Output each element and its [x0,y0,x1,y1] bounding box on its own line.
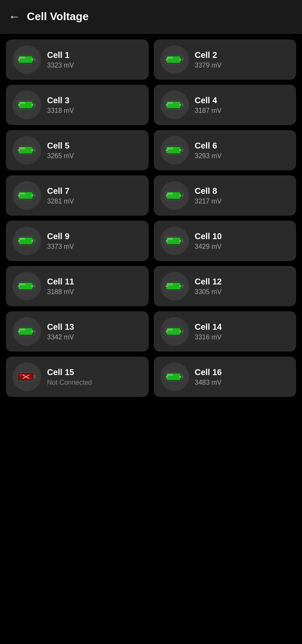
battery-icon-4 [160,91,189,119]
cell-card-6[interactable]: Cell 63293 mV [154,130,297,170]
cell-card-11[interactable]: Cell 113188 mV [6,266,149,306]
svg-rect-31 [181,149,184,152]
back-button[interactable]: ← [8,11,20,23]
svg-rect-43 [181,194,184,197]
svg-point-35 [179,149,181,151]
svg-rect-3 [19,57,25,59]
battery-icon-7 [13,181,41,210]
cell-card-1[interactable]: Cell 13323 mV [6,39,149,80]
svg-point-23 [179,104,181,106]
cell-name-6: Cell 6 [195,141,222,151]
svg-rect-81 [167,329,173,331]
cell-card-14[interactable]: Cell 143316 mV [154,311,297,352]
cell-name-3: Cell 3 [47,96,74,105]
svg-point-71 [179,285,181,287]
svg-rect-73 [34,330,36,333]
battery-icon-16 [160,362,189,391]
battery-icon-11 [13,272,41,300]
cell-card-2[interactable]: Cell 23379 mV [154,39,297,80]
cell-value-5: 3265 mV [47,152,74,160]
svg-rect-61 [34,284,36,288]
cell-name-13: Cell 13 [47,322,74,332]
cell-name-8: Cell 8 [195,186,222,196]
battery-icon-9 [13,227,41,255]
cell-card-4[interactable]: Cell 43187 mV [154,85,297,125]
cell-value-7: 3281 mV [47,198,74,205]
svg-point-83 [179,331,181,332]
svg-rect-39 [19,193,25,195]
svg-rect-13 [34,103,36,107]
battery-icon-10 [160,227,189,255]
cell-name-1: Cell 1 [47,50,74,60]
svg-rect-25 [34,149,36,152]
cell-card-5[interactable]: Cell 53265 mV [6,130,149,170]
svg-point-82 [166,331,168,332]
svg-point-47 [179,195,181,196]
cell-card-8[interactable]: Cell 83217 mV [154,175,297,216]
battery-icon-2 [160,45,189,74]
svg-rect-37 [34,194,36,197]
svg-point-46 [166,195,168,196]
cell-card-13[interactable]: Cell 133342 mV [6,311,149,352]
cell-card-10[interactable]: Cell 103429 mV [154,221,297,261]
svg-point-65 [32,285,33,287]
svg-rect-94 [167,374,173,376]
svg-rect-49 [34,239,36,242]
battery-icon-14 [160,317,189,346]
cell-value-6: 3293 mV [195,152,222,160]
cell-name-15: Cell 15 [47,368,92,377]
cell-name-9: Cell 9 [47,232,74,241]
cell-value-2: 3379 mV [195,62,222,69]
cell-card-3[interactable]: Cell 33318 mV [6,85,149,125]
svg-point-5 [32,59,33,60]
cell-name-12: Cell 12 [195,277,222,287]
cell-value-11: 3188 mV [47,288,74,296]
cell-card-12[interactable]: Cell 123305 mV [154,266,297,306]
cell-value-12: 3305 mV [195,288,222,296]
cell-value-8: 3217 mV [195,198,222,205]
battery-icon-3 [13,91,41,119]
svg-point-59 [179,240,181,242]
svg-point-58 [166,240,168,242]
cell-name-16: Cell 16 [195,368,222,377]
cell-name-7: Cell 7 [47,186,74,196]
svg-rect-45 [167,193,173,195]
svg-rect-19 [181,103,184,107]
battery-icon-1 [13,45,41,74]
svg-point-16 [18,104,20,106]
cell-name-5: Cell 5 [47,141,74,151]
cell-value-3: 3318 mV [47,107,74,115]
cell-card-16[interactable]: Cell 163483 mV [154,357,297,397]
svg-rect-69 [167,283,173,285]
svg-point-76 [18,331,20,332]
cell-value-4: 3187 mV [195,107,222,115]
svg-point-77 [32,331,33,332]
svg-point-29 [32,149,33,151]
cell-value-14: 3316 mV [195,334,222,341]
svg-point-64 [18,285,20,287]
cell-name-10: Cell 10 [195,232,222,241]
svg-rect-67 [181,284,184,288]
cell-card-9[interactable]: Cell 93373 mV [6,221,149,261]
svg-rect-7 [181,58,184,61]
battery-icon-5 [13,136,41,164]
cell-card-15[interactable]: Cell 15Not Connected [6,357,149,397]
battery-icon-6 [160,136,189,164]
svg-rect-51 [19,238,25,240]
svg-point-28 [18,149,20,151]
svg-rect-1 [34,58,36,61]
battery-icon-12 [160,272,189,300]
cell-card-7[interactable]: Cell 73281 mV [6,175,149,216]
cell-value-1: 3323 mV [47,62,74,69]
svg-point-11 [179,59,181,60]
svg-rect-79 [181,330,184,333]
svg-rect-33 [167,147,173,149]
cell-name-4: Cell 4 [195,96,222,105]
cell-name-14: Cell 14 [195,322,222,332]
cell-value-10: 3429 mV [195,243,222,250]
svg-point-53 [32,240,33,242]
svg-rect-15 [19,102,25,104]
svg-point-10 [166,59,168,60]
cell-name-2: Cell 2 [195,50,222,60]
svg-rect-57 [167,238,173,240]
